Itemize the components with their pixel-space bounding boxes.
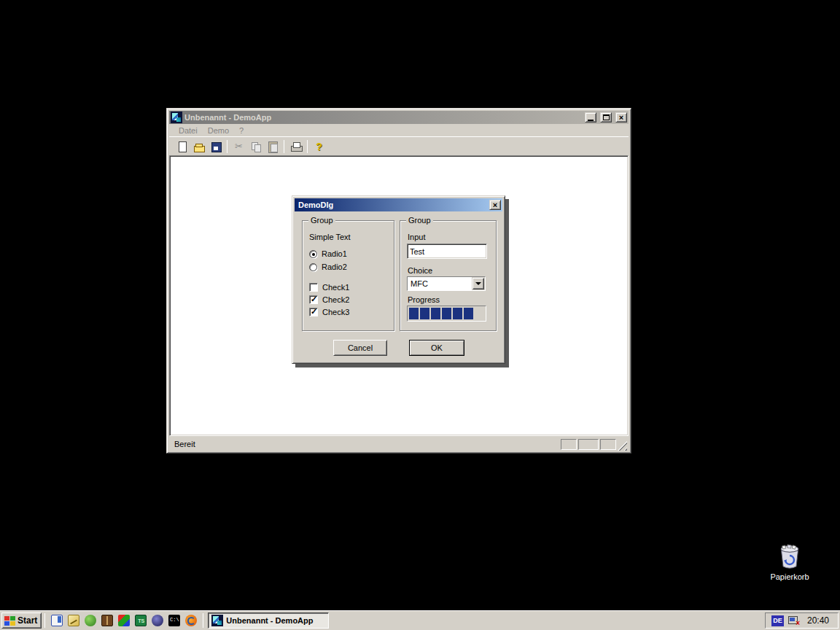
group-right: Group Input Choice MFC Progress [400,220,497,331]
check1[interactable]: ✓ Check1 [309,283,349,292]
minimize-button[interactable] [585,112,596,122]
progress-segment [420,308,429,319]
progress-bar [407,306,486,322]
combo-dropdown-button[interactable] [472,278,484,289]
close-icon: × [619,114,623,122]
group-left: Group Simple Text Radio1 Radio2 ✓ Check1… [302,220,394,331]
tray-clock[interactable]: 20:40 [803,615,832,626]
help-button[interactable] [311,139,327,155]
ok-button[interactable]: OK [409,340,464,356]
task-button-demoapp[interactable]: Unbenannt - DemoApp [208,612,329,629]
colorful-logo-icon[interactable] [118,615,130,626]
quick-launch: C:\ [48,615,200,626]
window-title: Unbenannt - DemoApp [184,113,583,122]
radio1[interactable]: Radio1 [309,249,347,258]
toolbar-separator [307,140,308,153]
check3-label: Check3 [322,308,349,316]
check3-box[interactable]: ✓ [309,308,318,316]
maximize-button[interactable] [600,112,612,122]
statusbar-pane-3 [600,439,616,450]
statusbar-pane-2 [578,439,599,450]
radio1-label: Radio1 [322,249,347,258]
check1-label: Check1 [322,283,349,292]
minimize-icon [588,120,594,121]
open-folder-button[interactable] [190,139,207,155]
radio2-label: Radio2 [322,262,347,271]
toolbar-separator [227,140,228,153]
new-document-button[interactable] [174,139,190,155]
input-label: Input [408,233,425,241]
terminal-ts-icon[interactable] [135,615,147,626]
statusbar-pane-1 [561,439,577,450]
dialog-titlebar[interactable]: DemoDlg × [295,198,502,211]
copy-button[interactable] [247,139,264,155]
demo-dialog: DemoDlg × Group Simple Text Radio1 Radio… [292,195,505,364]
toolbar-separator [284,140,284,153]
dialog-close-button[interactable]: × [489,200,501,210]
window-titlebar[interactable]: Unbenannt - DemoApp × [169,111,629,124]
print-icon [290,141,302,152]
recycle-bin[interactable]: Papierkorb [762,544,817,581]
radio2[interactable]: Radio2 [309,262,347,271]
chevron-down-icon [475,282,481,288]
paste-icon [267,141,279,152]
check1-box[interactable]: ✓ [309,283,318,292]
save-button[interactable] [207,139,224,155]
progress-segment [431,308,440,319]
resize-grip[interactable] [618,441,627,451]
check2-box[interactable]: ✓ [309,295,318,304]
write-pen-icon[interactable] [68,615,79,626]
group-left-title: Group [308,216,335,225]
windows-logo-icon [4,616,15,626]
desktop: { "colors": { "desktop_background": "#00… [0,0,840,630]
start-label: Start [18,615,37,626]
save-icon [210,141,222,152]
close-button[interactable]: × [615,112,627,122]
menu-item-help[interactable]: ? [234,125,249,136]
cut-button[interactable] [230,139,247,155]
show-desktop-icon[interactable] [51,615,63,626]
system-tray: DE × 20:40 [765,612,839,629]
simple-text-label: Simple Text [309,233,351,241]
taskbar-divider [44,613,45,628]
recycle-bin-icon [777,544,802,570]
help-icon [314,141,325,152]
keyboard-layout-indicator[interactable]: DE [771,615,784,626]
progress-segment [442,308,451,319]
menu-item-demo[interactable]: Demo [203,125,234,136]
choice-label: Choice [408,266,432,275]
choice-value: MFC [408,277,472,290]
command-prompt-icon[interactable]: C:\ [168,615,180,626]
cancel-button[interactable]: Cancel [333,340,387,356]
check2[interactable]: ✓ Check2 [309,295,349,304]
app-icon [211,615,223,626]
recycle-bin-label: Papierkorb [762,572,817,581]
maximize-icon [603,114,610,120]
menubar: Datei Demo ? [169,124,629,136]
dialog-title: DemoDlg [298,201,489,209]
network-disconnected-icon[interactable]: × [788,615,799,626]
start-button[interactable]: Start [1,612,42,629]
app-icon [171,112,182,123]
statusbar: Bereit [169,436,629,451]
print-button[interactable] [287,139,304,155]
radio1-circle[interactable] [309,250,317,258]
status-text: Bereit [174,440,559,448]
green-creature-icon[interactable] [85,615,96,626]
purple-globe-icon[interactable] [152,615,163,626]
radio2-circle[interactable] [309,263,317,271]
dialog-close-icon: × [493,201,497,209]
taskbar: Start C:\ Unbenannt - DemoApp DE × 20:40 [0,610,840,630]
check2-label: Check2 [322,295,349,304]
book-icon[interactable] [101,615,113,626]
firefox-icon[interactable] [185,615,197,626]
open-folder-icon [193,141,205,152]
menu-item-datei[interactable]: Datei [174,125,203,136]
progress-label: Progress [408,295,440,304]
cut-icon [233,141,245,152]
task-button-label: Unbenannt - DemoApp [226,616,313,625]
input-field[interactable] [407,244,487,259]
check3[interactable]: ✓ Check3 [309,308,349,316]
choice-combobox[interactable]: MFC [407,276,486,291]
paste-button[interactable] [264,139,281,155]
